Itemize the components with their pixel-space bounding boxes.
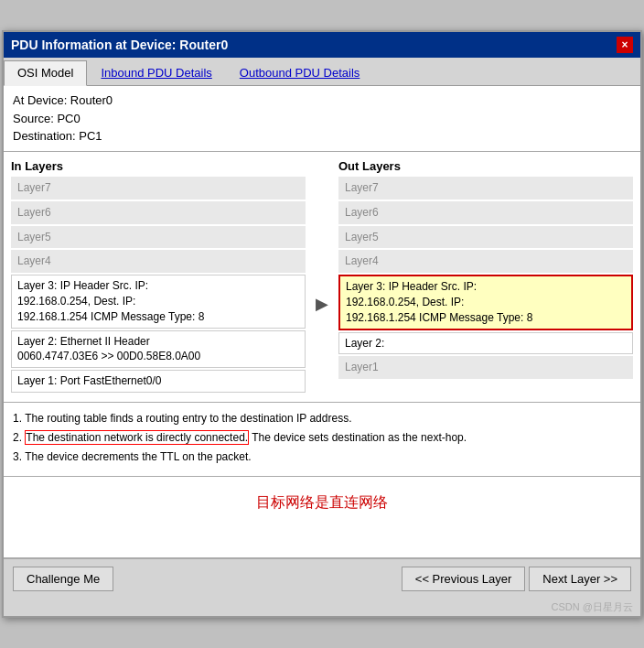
in-layers-title: In Layers xyxy=(11,159,306,173)
tab-osi-model[interactable]: OSI Model xyxy=(4,60,87,86)
desc-line-1: 1. The routing table finds a routing ent… xyxy=(13,410,631,427)
challenge-me-button[interactable]: Challenge Me xyxy=(13,567,113,591)
desc-line-2: 2. The destination network is directly c… xyxy=(13,429,631,447)
out-layers-title: Out Layers xyxy=(338,159,633,173)
in-layer2[interactable]: Layer 2: Ethernet II Header 0060.4747.03… xyxy=(11,330,306,369)
tab-bar: OSI Model Inbound PDU Details Outbound P… xyxy=(4,58,640,86)
title-bar: PDU Information at Device: Router0 × xyxy=(4,32,640,58)
spacer xyxy=(4,522,640,558)
window-title: PDU Information at Device: Router0 xyxy=(11,38,228,52)
next-layer-button[interactable]: Next Layer >> xyxy=(529,567,631,591)
desc-line-3: 3. The device decrements the TTL on the … xyxy=(13,448,631,466)
source-info: Source: PC0 xyxy=(13,110,631,128)
device-info: At Device: Router0 xyxy=(13,92,631,110)
tab-inbound-pdu[interactable]: Inbound PDU Details xyxy=(87,60,225,85)
out-layer2[interactable]: Layer 2: xyxy=(338,332,633,355)
close-button[interactable]: × xyxy=(617,37,633,53)
destination-info: Destination: PC1 xyxy=(13,127,631,146)
layers-container: In Layers Layer7 Layer6 Layer5 Layer4 La… xyxy=(4,152,640,403)
out-layer5[interactable]: Layer5 xyxy=(338,226,633,249)
in-layers-col: In Layers Layer7 Layer6 Layer5 Layer4 La… xyxy=(11,159,306,394)
out-layer6[interactable]: Layer6 xyxy=(338,201,633,224)
main-window: PDU Information at Device: Router0 × OSI… xyxy=(2,30,642,617)
layer-arrow: ▶ xyxy=(313,159,331,394)
out-layer4[interactable]: Layer4 xyxy=(338,250,633,273)
watermark: CSDN @日星月云 xyxy=(4,599,640,616)
out-layer3[interactable]: Layer 3: IP Header Src. IP: 192.168.0.25… xyxy=(338,275,633,329)
in-layer7[interactable]: Layer7 xyxy=(11,177,306,200)
description-area: 1. The routing table finds a routing ent… xyxy=(4,403,640,477)
in-layer3[interactable]: Layer 3: IP Header Src. IP: 192.168.0.25… xyxy=(11,275,306,328)
in-layer5[interactable]: Layer5 xyxy=(11,226,306,249)
out-layer7[interactable]: Layer7 xyxy=(338,177,633,200)
tab-outbound-pdu[interactable]: Outbound PDU Details xyxy=(226,60,374,85)
main-content: At Device: Router0 Source: PC0 Destinati… xyxy=(4,86,640,615)
in-layer1[interactable]: Layer 1: Port FastEthernet0/0 xyxy=(11,370,306,393)
prev-layer-button[interactable]: << Previous Layer xyxy=(402,567,526,591)
info-bar: At Device: Router0 Source: PC0 Destinati… xyxy=(4,86,640,152)
desc-highlight-2: The destination network is directly conn… xyxy=(25,430,249,445)
chinese-annotation: 目标网络是直连网络 xyxy=(4,477,640,522)
footer: Challenge Me << Previous Layer Next Laye… xyxy=(4,558,640,599)
out-layers-col: Out Layers Layer7 Layer6 Layer5 Layer4 L… xyxy=(338,159,633,394)
footer-right: << Previous Layer Next Layer >> xyxy=(402,567,631,591)
out-layer1[interactable]: Layer1 xyxy=(338,356,633,379)
in-layer4[interactable]: Layer4 xyxy=(11,250,306,273)
in-layer6[interactable]: Layer6 xyxy=(11,201,306,224)
